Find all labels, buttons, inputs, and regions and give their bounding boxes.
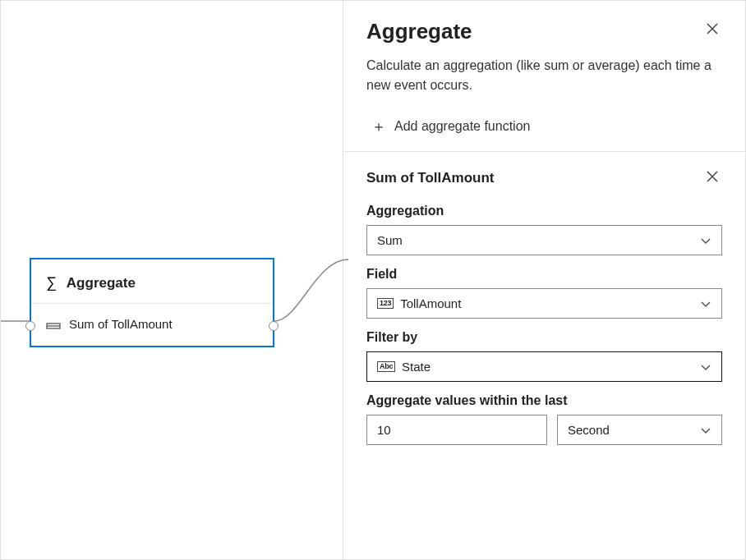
close-icon <box>706 22 719 35</box>
filter-field: Filter by Abc State <box>343 322 745 385</box>
panel-title: Aggregate <box>366 19 472 44</box>
field-label: Field <box>366 267 722 282</box>
time-value-input[interactable]: 10 <box>366 415 547 445</box>
filter-select[interactable]: Abc State <box>366 351 722 382</box>
aggregate-node[interactable]: ∑ Aggregate Sum of TollAmount <box>30 258 274 347</box>
filter-value: State <box>402 360 431 374</box>
time-value: 10 <box>377 423 391 437</box>
text-type-icon: Abc <box>377 361 395 372</box>
chevron-down-icon <box>700 425 711 436</box>
filter-label: Filter by <box>366 330 722 345</box>
connector-wire-right <box>274 255 348 329</box>
sigma-icon: ∑ <box>46 274 57 291</box>
node-output-connector[interactable] <box>269 321 279 331</box>
aggregation-select[interactable]: Sum <box>366 225 722 255</box>
properties-panel: Aggregate Calculate an aggregation (like… <box>343 1 745 559</box>
remove-section-button[interactable] <box>702 167 722 189</box>
plus-icon: ＋ <box>371 117 386 136</box>
node-title: Aggregate <box>67 275 136 291</box>
chevron-down-icon <box>700 361 711 373</box>
field-value: TollAmount <box>400 296 461 310</box>
aggregation-value: Sum <box>377 233 403 247</box>
aggregation-label: Aggregation <box>366 204 722 218</box>
node-subitem-label: Sum of TollAmount <box>69 317 173 331</box>
time-window-field: Aggregate values within the last 10 Seco… <box>343 385 745 448</box>
time-unit-value: Second <box>568 423 610 437</box>
time-unit-select[interactable]: Second <box>557 415 722 445</box>
panel-header: Aggregate <box>343 1 745 51</box>
time-window-label: Aggregate values within the last <box>366 393 722 408</box>
section-header: Sum of TollAmount <box>343 152 745 195</box>
close-icon <box>706 170 719 183</box>
number-type-icon: 123 <box>377 298 394 309</box>
section-title: Sum of TollAmount <box>366 170 495 186</box>
add-function-label: Add aggregate function <box>394 119 530 134</box>
flow-canvas[interactable]: ∑ Aggregate Sum of TollAmount <box>1 1 343 559</box>
chevron-down-icon <box>700 235 711 246</box>
chevron-down-icon <box>700 298 711 310</box>
node-body: Sum of TollAmount <box>31 304 273 346</box>
node-header: ∑ Aggregate <box>31 259 273 304</box>
panel-description: Calculate an aggregation (like sum or av… <box>343 51 745 105</box>
field-select[interactable]: 123 TollAmount <box>366 288 722 319</box>
add-aggregate-function-button[interactable]: ＋ Add aggregate function <box>343 105 745 152</box>
node-input-connector[interactable] <box>25 321 35 331</box>
aggregation-field: Aggregation Sum <box>343 195 745 259</box>
field-icon <box>46 319 61 329</box>
field-field: Field 123 TollAmount <box>343 259 745 322</box>
close-panel-button[interactable] <box>702 19 722 41</box>
